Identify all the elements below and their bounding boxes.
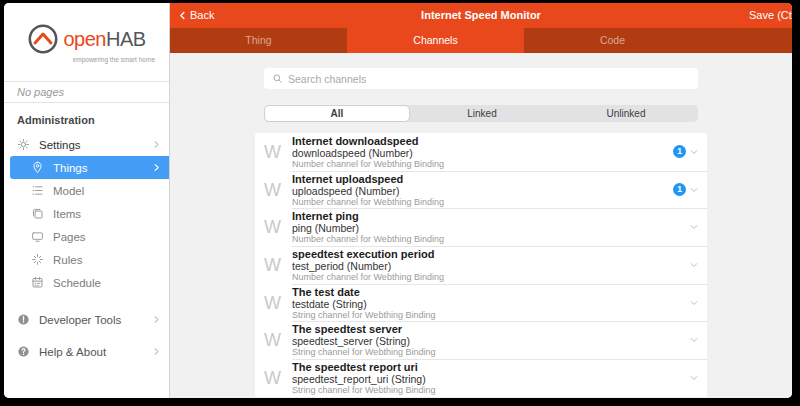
chevron-down-icon[interactable] <box>689 335 699 345</box>
channel-title: The speedtest report uri <box>292 361 689 373</box>
sidebar-item-label: Pages <box>53 231 86 243</box>
channel-description: String channel for Webthing Binding <box>292 347 689 358</box>
sidebar-item-label: Schedule <box>53 277 101 289</box>
channel-row[interactable]: W Internet ping ping (Number) Number cha… <box>255 208 707 246</box>
channel-row[interactable]: W speedtest execution period test_period… <box>255 246 707 284</box>
channel-id: testdate (String) <box>292 298 689 310</box>
chevron-down-icon[interactable] <box>689 185 699 195</box>
main-panel: Back Internet Speed Monitor Save (Ctrl-S… <box>170 3 792 398</box>
sidebar: openHAB empowering the smart home No pag… <box>4 3 170 398</box>
binding-letter-icon: W <box>264 218 292 236</box>
logo-tagline: empowering the smart home <box>73 56 155 63</box>
top-navbar: Back Internet Speed Monitor Save (Ctrl-S… <box>170 3 792 28</box>
linked-count-badge: 1 <box>673 145 686 158</box>
channel-list: W Internet downloadspeed downloadspeed (… <box>255 133 707 397</box>
sidebar-item-label: Rules <box>53 254 82 266</box>
chevron-right-icon <box>152 315 161 324</box>
chevron-right-icon <box>152 163 161 172</box>
channel-title: The speedtest server <box>292 323 689 335</box>
search-icon <box>272 73 283 84</box>
channel-title: Internet ping <box>292 210 689 222</box>
filter-segmented-control: All Linked Unlinked <box>264 105 698 122</box>
binding-letter-icon: W <box>264 143 292 161</box>
sidebar-footer-items: Developer Tools Help & About <box>4 308 169 398</box>
openhab-logo-icon <box>27 23 59 55</box>
sidebar-item-label: Settings <box>39 139 81 151</box>
binding-letter-icon: W <box>264 369 292 387</box>
sidebar-item-label: Developer Tools <box>39 314 121 326</box>
sidebar-item[interactable]: Pages <box>4 225 169 248</box>
channel-id: test_period (Number) <box>292 260 689 272</box>
filter-segment[interactable]: Linked <box>410 105 554 122</box>
tab[interactable]: Code <box>524 28 701 53</box>
sidebar-item[interactable]: Settings <box>4 133 169 156</box>
openhab-logo: openHAB empowering the smart home <box>4 3 169 71</box>
channel-title: The test date <box>292 286 689 298</box>
binding-letter-icon: W <box>264 331 292 349</box>
sidebar-item[interactable]: Schedule <box>4 271 169 294</box>
channel-id: speedtest_report_uri (String) <box>292 373 689 385</box>
chevron-down-icon[interactable] <box>689 147 699 157</box>
filter-segment[interactable]: Unlinked <box>554 105 698 122</box>
binding-letter-icon: W <box>264 181 292 199</box>
channel-description: String channel for Webthing Binding <box>292 310 689 321</box>
search-placeholder: Search channels <box>288 73 366 85</box>
channel-description: Number channel for Webthing Binding <box>292 159 673 170</box>
chevron-down-icon[interactable] <box>689 373 699 383</box>
search-input[interactable]: Search channels <box>264 68 698 89</box>
chevron-right-icon <box>152 347 161 356</box>
chevron-right-icon <box>152 140 161 149</box>
chevron-down-icon[interactable] <box>689 222 699 232</box>
channel-title: Internet downloadspeed <box>292 135 673 147</box>
administration-label: Administration <box>4 112 169 133</box>
sidebar-nav: Administration Settings Things <box>4 103 169 398</box>
channel-id: uploadspeed (Number) <box>292 185 673 197</box>
sidebar-item-label: Things <box>53 162 88 174</box>
sidebar-item[interactable]: Rules <box>4 248 169 271</box>
app-window: openHAB empowering the smart home No pag… <box>4 3 792 398</box>
page-title: Internet Speed Monitor <box>170 3 792 28</box>
sidebar-items: Settings Things Model <box>4 133 169 294</box>
channel-row[interactable]: W The speedtest server speedtest_server … <box>255 321 707 359</box>
channel-id: ping (Number) <box>292 222 689 234</box>
channel-row[interactable]: W The speedtest report uri speedtest_rep… <box>255 359 707 397</box>
sidebar-footer-item[interactable]: Developer Tools <box>4 308 169 331</box>
no-pages-label: No pages <box>4 81 169 103</box>
channel-description: Number channel for Webthing Binding <box>292 272 689 283</box>
channel-row[interactable]: W Internet downloadspeed downloadspeed (… <box>255 133 707 171</box>
tab-bar: Thing Channels Code <box>170 28 792 53</box>
sidebar-item-label: Model <box>53 185 84 197</box>
channel-row[interactable]: W The test date testdate (String) String… <box>255 284 707 322</box>
save-button[interactable]: Save (Ctrl-S) <box>749 3 792 28</box>
channel-description: Number channel for Webthing Binding <box>292 234 689 245</box>
channel-row[interactable]: W Internet uploadspeed uploadspeed (Numb… <box>255 171 707 209</box>
sidebar-item[interactable]: Model <box>4 179 169 202</box>
channel-id: downloadspeed (Number) <box>292 147 673 159</box>
binding-letter-icon: W <box>264 294 292 312</box>
tab[interactable]: Thing <box>170 28 347 53</box>
sidebar-item[interactable]: Items <box>4 202 169 225</box>
openhab-logo-text: openHAB <box>63 28 145 51</box>
tab[interactable]: Channels <box>347 28 524 53</box>
channels-content: Search channels All Linked Unlinked W <box>170 53 792 398</box>
sidebar-item[interactable]: Things <box>10 156 169 179</box>
binding-letter-icon: W <box>264 256 292 274</box>
filter-segment[interactable]: All <box>264 105 410 122</box>
sidebar-item-label: Items <box>53 208 81 220</box>
channel-description: Number channel for Webthing Binding <box>292 197 673 208</box>
chevron-down-icon[interactable] <box>689 298 699 308</box>
channel-title: Internet uploadspeed <box>292 173 673 185</box>
channel-description: String channel for Webthing Binding <box>292 385 689 396</box>
linked-count-badge: 1 <box>673 183 686 196</box>
channel-title: speedtest execution period <box>292 248 689 260</box>
sidebar-item-label: Help & About <box>39 346 106 358</box>
sidebar-footer-item[interactable]: Help & About <box>4 340 169 363</box>
channel-id: speedtest_server (String) <box>292 335 689 347</box>
chevron-down-icon[interactable] <box>689 260 699 270</box>
